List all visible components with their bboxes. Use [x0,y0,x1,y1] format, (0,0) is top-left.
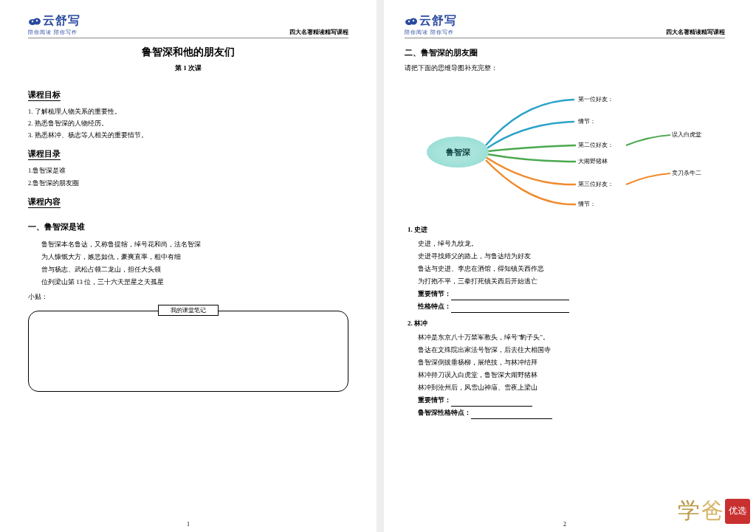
person-2-body: 林冲是东京八十万禁军教头，绰号"豹子头"。 鲁达在文殊院出家法号智深，后去往大相… [418,331,725,419]
mm-branch-label: 情节： [578,117,596,125]
body-line: 为打抱不平，三拳打死镇关西后开始逃亡 [418,275,725,288]
brand-block: 云舒写 陪你阅读 陪你写作 [28,13,80,36]
notes-box: 我的课堂笔记 [28,311,348,392]
body-line: 曾与杨志、武松占领二龙山，担任大头领 [41,263,348,276]
blank-field[interactable] [451,305,569,313]
brand-tagline: 陪你阅读 陪你写作 [28,29,80,36]
mm-branch-label: 情节： [578,200,596,208]
body-line: 林冲是东京八十万禁军教头，绰号"豹子头"。 [418,331,725,344]
svg-point-2 [32,20,33,21]
mm-branch-label: 第三位好友： [578,180,614,188]
blank-field[interactable] [451,399,532,407]
watermark-char: 爸 [701,496,724,526]
mm-leaf-label: 误入白虎堂 [672,131,701,139]
body-line: 林冲到沧州后，风雪山神庙、雪夜上梁山 [418,381,725,394]
content-h1: 一、鲁智深是谁 [28,221,348,232]
person-1-title: 1. 史进 [408,225,725,235]
page-subtitle: 第 1 次课 [28,63,348,73]
body-line: 位列梁山第 13 位，三十六天罡星之天孤星 [41,276,348,289]
svg-point-6 [408,20,410,21]
section-toc-heading: 课程目录 [28,148,61,160]
instruction: 请把下面的思维导图补充完整： [405,64,725,73]
fill-line: 鲁智深性格特点： [418,407,725,419]
body-line: 林冲持刀误入白虎堂，鲁智深大闹野猪林 [418,369,725,381]
page-number: 1 [187,521,190,528]
fill-line: 性格特点： [418,300,725,313]
intro-block: 鲁智深本名鲁达，又称鲁提辖，绰号花和尚，法名智深 为人慷慨大方，嫉恶如仇，豪爽直… [41,238,348,289]
page-number: 2 [563,521,566,528]
list-item: 2. 熟悉鲁智深的人物经历。 [28,117,348,129]
goals-list: 1. 了解梳理人物关系的重要性。 2. 熟悉鲁智深的人物经历。 3. 熟悉林冲、… [28,106,348,141]
mm-branch-label: 大闹野猪林 [578,157,608,165]
body-line: 鲁智深本名鲁达，又称鲁提辖，绰号花和尚，法名智深 [41,238,348,251]
list-item: 3. 熟悉林冲、杨志等人相关的重要情节。 [28,129,348,141]
cloud-icon [405,17,418,26]
blank-field[interactable] [451,293,569,300]
mm-leaf-label: 卖刀杀牛二 [672,169,701,177]
header-course: 四大名著精读精写课程 [289,28,348,36]
header-course: 四大名著精读精写课程 [666,28,725,36]
body-line: 鲁达与史进、李忠在酒馆，得知镇关西作恶 [418,263,725,275]
section-content-heading: 课程内容 [28,196,61,208]
notes-title: 我的课堂笔记 [158,305,219,316]
watermark-seal: 优选 [725,499,750,524]
blank-field[interactable] [471,412,552,419]
person-1-body: 史进，绰号九纹龙。 史进寻找师父的路上，与鲁达结为好友 鲁达与史进、李忠在酒馆，… [418,238,725,313]
person-2-title: 2. 林冲 [408,319,725,328]
mm-branch-label: 第二位好友： [578,141,614,149]
brand-name: 云舒写 [43,13,80,29]
svg-point-7 [413,19,414,21]
content-h2: 二、鲁智深的朋友圈 [405,47,725,58]
cloud-icon [28,17,41,26]
body-line: 鲁智深倒拔垂杨柳，展绝技，与林冲结拜 [418,356,725,369]
list-item: 1. 了解梳理人物关系的重要性。 [28,106,348,117]
page-gap [377,0,384,532]
page-2: 云舒写 陪你阅读 陪你写作 四大名著精读精写课程 二、鲁智深的朋友圈 请把下面的… [384,0,746,532]
body-line: 史进寻找师父的路上，与鲁达结为好友 [418,250,725,263]
mindmap: 鲁智深 第一位好友： 情节： 第二位好友： 误入白虎堂 大闹野猪林 第三位好友：… [405,79,725,219]
toc-list: 1.鲁智深是谁 2.鲁智深的朋友圈 [28,165,348,188]
list-item: 1.鲁智深是谁 [28,165,348,176]
fill-line: 重要情节： [418,394,725,407]
page-title: 鲁智深和他的朋友们 [28,46,348,59]
brand-tagline: 陪你阅读 陪你写作 [405,29,457,36]
mm-branch-label: 第一位好友： [578,95,614,103]
section-goals-heading: 课程目标 [28,89,61,101]
tip-label: 小贴： [28,293,348,302]
body-line: 鲁达在文殊院出家法号智深，后去往大相国寺 [418,344,725,356]
mindmap-center: 鲁智深 [427,137,489,167]
svg-point-3 [36,19,38,21]
body-line: 为人慷慨大方，嫉恶如仇，豪爽直率，粗中有细 [41,251,348,263]
list-item: 2.鲁智深的朋友圈 [28,177,348,189]
body-line: 史进，绰号九纹龙。 [418,238,725,250]
watermark: 学 爸 优选 [678,496,750,526]
watermark-char: 学 [678,496,700,526]
brand-name: 云舒写 [419,13,457,29]
page-header: 云舒写 陪你阅读 陪你写作 四大名著精读精写课程 [405,13,725,38]
fill-line: 重要情节： [418,288,725,300]
brand-block: 云舒写 陪你阅读 陪你写作 [405,13,457,36]
page-header: 云舒写 陪你阅读 陪你写作 四大名著精读精写课程 [28,13,348,38]
page-1: 云舒写 陪你阅读 陪你写作 四大名著精读精写课程 鲁智深和他的朋友们 第 1 次… [7,0,369,532]
